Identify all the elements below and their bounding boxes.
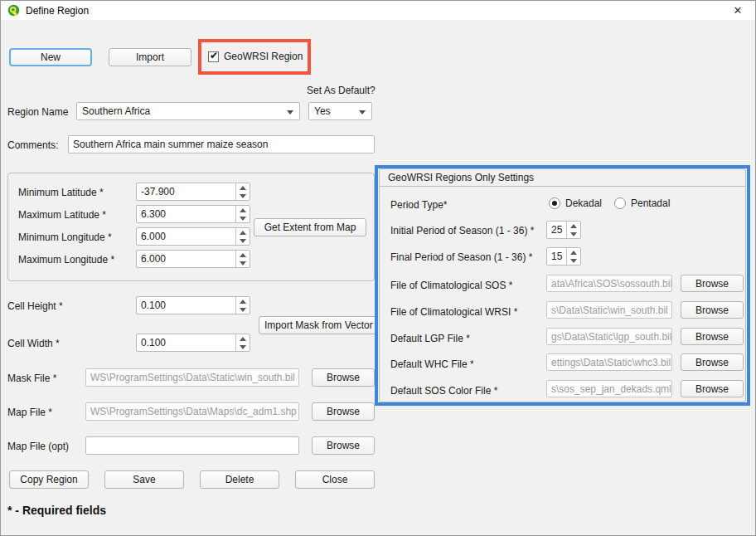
initial-period-spinner[interactable]: 25 [546,221,581,239]
final-period-value: 15 [547,248,566,265]
comments-label: Comments: [7,139,58,151]
pentadal-label: Pentadal [631,197,670,209]
max-latitude-value: 6.300 [137,206,235,222]
clim-sos-file-input[interactable]: ata\Africa\SOS\sossouth.bil [546,275,672,292]
min-latitude-spinner[interactable]: -37.900 [136,183,250,201]
get-extent-from-map-button[interactable]: Get Extent from Map [254,218,366,236]
close-icon[interactable]: ✕ [725,1,750,20]
default-whc-browse-button[interactable]: Browse [681,353,744,371]
spinner-buttons [235,206,250,222]
spin-up-icon[interactable] [236,297,250,305]
default-sos-color-file-input[interactable]: s\sos_sep_jan_dekads.qml [546,380,672,397]
initial-period-label: Initial Period of Season (1 - 36) * [390,225,534,236]
clim-sos-browse-button[interactable]: Browse [681,275,744,292]
spin-down-icon[interactable] [236,214,250,222]
copy-region-button[interactable]: Copy Region [9,470,89,489]
region-name-select[interactable]: Southern Africa [76,102,300,120]
define-region-dialog: Define Region ✕ New Import ✔ GeoWRSI Reg… [0,0,756,536]
spin-up-icon[interactable] [236,183,250,192]
chevron-down-icon [359,110,366,115]
radio-pentadal[interactable]: Pentadal [614,197,670,209]
spin-down-icon[interactable] [567,256,580,265]
min-longitude-spinner[interactable]: 6.000 [136,227,250,246]
min-latitude-label: Minimum Latitude * [18,187,104,198]
save-button[interactable]: Save [104,470,184,489]
geowrsi-region-checkbox[interactable]: ✔ GeoWRSI Region [208,51,303,62]
set-as-default-select[interactable]: Yes [308,102,372,120]
max-latitude-spinner[interactable]: 6.300 [136,205,250,223]
map-file-browse-button[interactable]: Browse [312,402,375,421]
region-name-value: Southern Africa [82,105,150,117]
spin-down-icon[interactable] [236,259,250,267]
set-as-default-value: Yes [314,105,331,117]
cell-height-spinner[interactable]: 0.100 [136,296,250,314]
mask-file-browse-button[interactable]: Browse [312,368,375,387]
mask-file-input[interactable]: WS\ProgramSettings\Data\Static\win_south… [85,368,299,387]
map-file-label: Map File * [7,407,52,418]
min-longitude-label: Minimum Longitude * [18,231,112,243]
clim-wrsi-file-input[interactable]: s\Data\Static\win_south.bil [546,301,672,319]
spin-up-icon[interactable] [236,334,250,343]
map-file-input[interactable]: WS\ProgramSettings\Data\Maps\dc_adm1.shp [85,402,299,421]
spin-up-icon[interactable] [567,222,580,230]
cell-width-label: Cell Width * [7,338,60,349]
delete-button[interactable]: Delete [200,470,279,489]
window-title: Define Region [26,5,89,17]
final-period-spinner[interactable]: 15 [546,247,581,266]
initial-period-value: 25 [547,222,566,238]
spin-down-icon[interactable] [236,236,250,245]
map-file-opt-browse-button[interactable]: Browse [312,436,375,455]
cell-height-value: 0.100 [137,297,235,314]
spin-down-icon[interactable] [236,343,250,351]
checkbox-checked-icon[interactable]: ✔ [208,51,219,62]
spin-up-icon[interactable] [236,228,250,236]
period-type-label: Period Type* [390,199,448,211]
max-latitude-label: Maximum Latitude * [18,209,106,221]
radio-unselected-icon [614,197,626,209]
default-lgp-file-input[interactable]: gs\Data\Static\lgp_south.bil [546,328,672,345]
spin-up-icon[interactable] [236,251,250,259]
clim-wrsi-browse-button[interactable]: Browse [681,301,744,319]
dekadal-label: Dekadal [565,197,602,209]
close-button[interactable]: Close [295,470,375,489]
map-file-opt-label: Map File (opt) [7,441,69,452]
region-name-label: Region Name [7,106,68,118]
geowrsi-settings-title: GeoWRSI Regions Only Settings [380,169,745,187]
spin-down-icon[interactable] [567,230,580,238]
set-as-default-label: Set As Default? [307,85,373,96]
new-button[interactable]: New [9,48,92,66]
default-sos-color-file-label: Default SOS Color File * [390,385,497,397]
default-lgp-file-label: Default LGP File * [390,333,470,344]
spinner-buttons [235,228,250,245]
import-mask-from-vector-button[interactable]: Import Mask from Vector [259,316,378,334]
default-whc-file-input[interactable]: ettings\Data\Static\whc3.bil [546,353,672,371]
max-longitude-value: 6.000 [137,251,235,267]
radio-selected-icon [549,197,560,209]
spin-down-icon[interactable] [236,192,250,200]
spinner-buttons [566,222,580,238]
cell-width-value: 0.100 [137,334,235,351]
spin-up-icon[interactable] [567,248,580,256]
default-sos-color-browse-button[interactable]: Browse [681,380,744,397]
default-lgp-browse-button[interactable]: Browse [681,328,744,345]
spin-down-icon[interactable] [236,305,250,314]
map-file-opt-input[interactable] [85,436,299,455]
cell-width-spinner[interactable]: 0.100 [136,334,250,352]
titlebar: Define Region ✕ [1,1,755,20]
radio-dekadal[interactable]: Dekadal [549,197,602,209]
required-fields-note: * - Required fields [7,504,106,517]
comments-input[interactable]: Southern Africa main summer maize season [68,135,375,153]
checkbox-label: GeoWRSI Region [224,51,303,62]
clim-wrsi-file-label: File of Climatological WRSI * [390,306,517,318]
min-latitude-value: -37.900 [137,183,235,200]
max-longitude-spinner[interactable]: 6.000 [136,250,250,268]
clim-sos-file-label: File of Climatological SOS * [390,280,512,291]
final-period-label: Final Period of Season (1 - 36) * [390,251,532,263]
default-whc-file-label: Default WHC File * [390,358,474,370]
spin-up-icon[interactable] [236,206,250,214]
max-longitude-label: Maximum Longitude * [18,254,114,266]
chevron-down-icon [287,110,293,115]
spinner-buttons [566,248,580,265]
spinner-buttons [235,297,250,314]
import-button[interactable]: Import [109,48,191,66]
